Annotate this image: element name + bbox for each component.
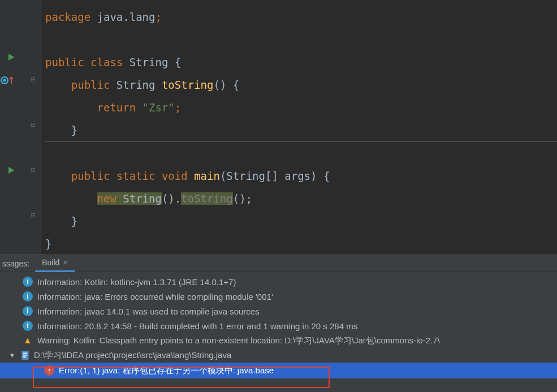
error-icon (44, 365, 54, 376)
editor-gutter: ⊟ ⊟ ⊟ ⊟ (0, 0, 41, 255)
close-icon[interactable]: × (63, 258, 67, 267)
tab-build[interactable]: Build × (35, 255, 74, 272)
info-icon: i (23, 306, 33, 316)
message-row[interactable]: i Information: java: Errors occurred whi… (0, 289, 557, 304)
fold-collapse-icon[interactable]: ⊟ (31, 165, 35, 174)
message-row[interactable]: i Information: javac 14.0.1 was used to … (0, 304, 557, 318)
messages-panel: ssages: Build × i Information: Kotlin: k… (0, 255, 557, 392)
run-icon[interactable] (7, 165, 18, 176)
warning-icon: ▲ (23, 335, 33, 346)
code-editor[interactable]: package java.lang; public class String {… (41, 0, 557, 255)
gutter-border (41, 0, 41, 255)
fold-collapse-icon[interactable]: ⊟ (31, 75, 35, 84)
messages-label: ssages: (0, 259, 35, 268)
fold-expand-icon[interactable]: ⊟ (31, 210, 35, 219)
run-icon[interactable] (7, 52, 18, 63)
svg-rect-4 (23, 355, 28, 356)
message-row[interactable]: i Information: Kotlin: kotlinc-jvm 1.3.7… (0, 274, 557, 289)
info-icon: i (23, 291, 33, 301)
fold-expand-icon[interactable]: ⊟ (31, 120, 35, 129)
override-icon[interactable] (0, 75, 16, 86)
message-row[interactable]: ▲ Warning: Kotlin: Classpath entry point… (0, 333, 557, 348)
error-message-row[interactable]: Error:(1, 1) java: 程序包已存在于另一个模块中: java.b… (0, 363, 557, 378)
tree-collapse-icon[interactable]: ▼ (9, 352, 17, 359)
keyword-package: package (45, 11, 90, 23)
message-row[interactable]: i Information: 20.8.2 14:58 - Build comp… (0, 318, 557, 333)
file-node-row[interactable]: ▼ D:\学习\IDEA project\project\src\java\la… (0, 348, 557, 363)
info-icon: i (23, 321, 33, 331)
messages-tabs: ssages: Build × (0, 255, 557, 272)
svg-rect-5 (23, 356, 27, 357)
svg-point-1 (3, 79, 6, 82)
java-file-icon (20, 350, 31, 360)
info-icon: i (23, 277, 33, 287)
svg-rect-3 (23, 353, 28, 354)
messages-list: i Information: Kotlin: kotlinc-jvm 1.3.7… (0, 272, 557, 392)
